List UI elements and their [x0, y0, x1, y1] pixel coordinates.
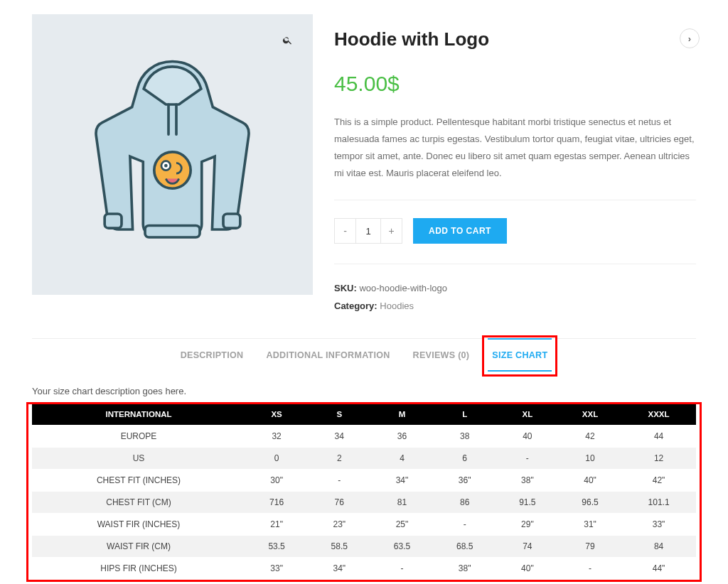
product-summary: › Hoodie with Logo 45.00$ This is a simp…	[334, 14, 696, 315]
table-header: S	[308, 404, 370, 426]
add-to-cart-button[interactable]: ADD TO CART	[413, 218, 507, 244]
table-cell: 76	[308, 491, 370, 513]
product-title: Hoodie with Logo	[334, 28, 696, 50]
table-cell: 33"	[621, 513, 696, 535]
table-cell: 81	[370, 491, 433, 513]
table-cell: 34"	[308, 557, 370, 579]
table-cell: HIPS FIR (INCHES)	[32, 557, 245, 579]
table-cell: 84	[621, 535, 696, 557]
table-cell: 716	[245, 491, 308, 513]
table-cell: 101.1	[621, 491, 696, 513]
svg-rect-4	[105, 214, 122, 228]
table-cell: 34	[308, 425, 370, 447]
sku-value: woo-hoodie-with-logo	[359, 283, 447, 293]
table-cell: 2	[308, 447, 370, 469]
table-row: US0246-1012	[32, 447, 696, 469]
zoom-icon[interactable]	[274, 27, 300, 53]
size-chart-intro: Your size chart description goes here.	[32, 386, 696, 396]
table-header: XXXL	[621, 404, 696, 426]
table-cell: 63.5	[370, 535, 433, 557]
table-header: XXL	[559, 404, 621, 426]
table-cell: CHEST FIT (CM)	[32, 491, 245, 513]
table-row: HIPS FIR (INCHES)33"34"-38"40"-44"	[32, 557, 696, 579]
table-cell: 36	[370, 425, 433, 447]
quantity-plus-button[interactable]: +	[380, 219, 402, 243]
svg-point-2	[164, 164, 168, 168]
quantity-input[interactable]	[356, 219, 380, 243]
table-row: CHEST FIT (CM)71676818691.596.5101.1	[32, 491, 696, 513]
table-header: INTERNATIONAL	[32, 404, 245, 426]
table-cell: 21"	[245, 513, 308, 535]
size-chart-panel: Your size chart description goes here. I…	[32, 386, 696, 579]
table-cell: 12	[621, 447, 696, 469]
table-cell: 30"	[245, 469, 308, 491]
table-row: WAIST FIR (INCHES)21"23"25"-29"31"33"	[32, 513, 696, 535]
table-cell: EUROPE	[32, 425, 245, 447]
table-header: M	[370, 404, 433, 426]
table-cell: 34"	[370, 469, 433, 491]
tab-size-chart[interactable]: SIZE CHART	[491, 339, 549, 372]
quantity-stepper: - +	[334, 218, 402, 244]
table-cell: 31"	[559, 513, 621, 535]
table-row: WAIST FIR (CM)53.558.563.568.5747984	[32, 535, 696, 557]
table-cell: 96.5	[559, 491, 621, 513]
table-cell: 25"	[370, 513, 433, 535]
table-cell: 23"	[308, 513, 370, 535]
table-cell: 38"	[434, 557, 496, 579]
category-link[interactable]: Hoodies	[380, 301, 414, 311]
tab-additional-information[interactable]: ADDITIONAL INFORMATION	[264, 339, 391, 372]
table-cell: 10	[559, 447, 621, 469]
table-cell: CHEST FIT (INCHES)	[32, 469, 245, 491]
tab-description[interactable]: DESCRIPTION	[179, 339, 245, 372]
table-row: CHEST FIT (INCHES)30"-34"36"38"40"42"	[32, 469, 696, 491]
table-cell: -	[308, 469, 370, 491]
table-cell: -	[496, 447, 559, 469]
table-cell: -	[434, 513, 496, 535]
table-cell: 42"	[621, 469, 696, 491]
table-cell: 40"	[496, 557, 559, 579]
table-cell: 33"	[245, 557, 308, 579]
product-price: 45.00$	[334, 72, 696, 96]
table-cell: WAIST FIR (CM)	[32, 535, 245, 557]
table-cell: US	[32, 447, 245, 469]
table-cell: 38	[434, 425, 496, 447]
size-chart-table: INTERNATIONALXSSMLXLXXLXXXL EUROPE323436…	[32, 404, 696, 579]
hoodie-illustration-icon	[75, 50, 270, 258]
product-tabs: DESCRIPTION ADDITIONAL INFORMATION REVIE…	[32, 338, 696, 372]
table-cell: 58.5	[308, 535, 370, 557]
table-cell: 53.5	[245, 535, 308, 557]
product: › Hoodie with Logo 45.00$ This is a simp…	[32, 14, 696, 315]
svg-rect-3	[145, 225, 200, 237]
table-cell: WAIST FIR (INCHES)	[32, 513, 245, 535]
svg-rect-5	[223, 214, 240, 228]
table-cell: 79	[559, 535, 621, 557]
table-row: EUROPE32343638404244	[32, 425, 696, 447]
table-cell: 86	[434, 491, 496, 513]
tab-reviews[interactable]: REVIEWS (0)	[412, 339, 471, 372]
table-cell: 40"	[559, 469, 621, 491]
table-cell: 68.5	[434, 535, 496, 557]
product-meta: SKU: woo-hoodie-with-logo Category: Hood…	[334, 280, 696, 315]
table-cell: 0	[245, 447, 308, 469]
table-cell: -	[370, 557, 433, 579]
table-cell: 91.5	[496, 491, 559, 513]
table-cell: 4	[370, 447, 433, 469]
table-cell: 36"	[434, 469, 496, 491]
category-label: Category:	[334, 301, 378, 311]
table-header: XS	[245, 404, 308, 426]
table-cell: -	[559, 557, 621, 579]
table-cell: 40	[496, 425, 559, 447]
product-image[interactable]	[32, 14, 313, 295]
table-cell: 44"	[621, 557, 696, 579]
next-product-button[interactable]: ›	[680, 28, 700, 48]
table-cell: 44	[621, 425, 696, 447]
table-cell: 42	[559, 425, 621, 447]
sku-label: SKU:	[334, 283, 357, 293]
table-header: L	[434, 404, 496, 426]
table-cell: 29"	[496, 513, 559, 535]
table-header: XL	[496, 404, 559, 426]
table-cell: 38"	[496, 469, 559, 491]
table-cell: 6	[434, 447, 496, 469]
table-cell: 32	[245, 425, 308, 447]
quantity-minus-button[interactable]: -	[335, 219, 356, 243]
